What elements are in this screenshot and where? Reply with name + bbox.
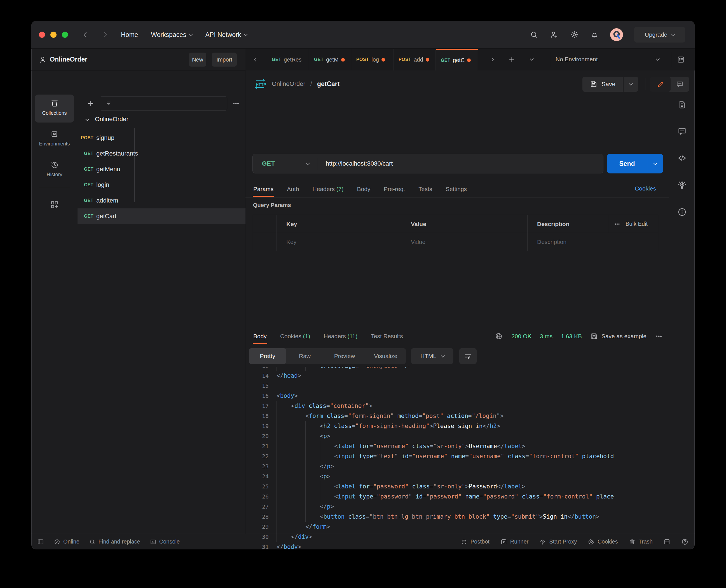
network-globe-icon[interactable]: [495, 332, 503, 340]
tab-additem[interactable]: POST add: [394, 49, 436, 70]
save-options-button[interactable]: [624, 77, 638, 92]
cookies-link[interactable]: Cookies: [635, 185, 656, 192]
key-input[interactable]: Key: [277, 233, 401, 251]
new-tab-plus-icon[interactable]: [508, 56, 516, 63]
upgrade-button[interactable]: Upgrade: [634, 27, 685, 43]
tab-login[interactable]: POST log: [351, 49, 394, 70]
wrap-lines-button[interactable]: [459, 348, 477, 364]
close-window-button[interactable]: [39, 31, 45, 38]
method-selector[interactable]: GET: [262, 160, 275, 167]
tree-request-getcart-selected[interactable]: GET getCart: [78, 208, 245, 224]
online-status[interactable]: Online: [54, 539, 80, 545]
mode-preview[interactable]: Preview: [324, 348, 365, 364]
response-status[interactable]: 200 OK: [511, 333, 531, 340]
forward-icon[interactable]: [101, 30, 109, 39]
tree-request-signup[interactable]: POST signup: [78, 130, 245, 146]
workspace-name[interactable]: OnlineOrder: [50, 56, 87, 63]
select-all-cell[interactable]: [253, 215, 277, 233]
tab-options-chevron-icon[interactable]: [530, 57, 534, 61]
response-tab-headers[interactable]: Headers (11): [323, 329, 358, 343]
scroll-tabs-right-icon[interactable]: [490, 58, 494, 62]
environment-selector[interactable]: No Environment: [556, 56, 598, 63]
url-input[interactable]: http://localhost:8080/cart: [326, 160, 393, 167]
two-pane-view-icon[interactable]: [663, 538, 671, 545]
save-button[interactable]: Save: [582, 77, 623, 92]
environment-chevron-icon[interactable]: [656, 57, 660, 61]
minimize-window-button[interactable]: [51, 31, 57, 38]
add-panel-icon[interactable]: [50, 200, 59, 210]
console-button[interactable]: Console: [150, 539, 180, 545]
postbot-button[interactable]: Postbot: [460, 538, 489, 545]
tab-body[interactable]: Body: [356, 182, 371, 196]
nav-home[interactable]: Home: [121, 31, 138, 39]
tab-settings[interactable]: Settings: [445, 182, 467, 196]
tab-auth[interactable]: Auth: [286, 182, 300, 196]
nav-api-network[interactable]: API Network: [205, 31, 247, 39]
tab-params[interactable]: Params: [253, 182, 274, 196]
response-tab-cookies[interactable]: Cookies (1): [280, 329, 311, 343]
notifications-bell-icon[interactable]: [590, 30, 599, 39]
tree-request-getmenu[interactable]: GET getMenu: [78, 162, 245, 177]
scroll-tabs-left-icon[interactable]: [254, 58, 258, 62]
start-proxy-button[interactable]: Start Proxy: [539, 538, 577, 545]
row-select-cell[interactable]: [253, 233, 277, 251]
tab-getres[interactable]: GET getRes: [267, 49, 309, 70]
comments-icon[interactable]: [677, 127, 687, 136]
tab-getcart-active[interactable]: GET getC: [436, 49, 478, 71]
collection-root-row[interactable]: OnlineOrder: [78, 111, 245, 127]
tree-request-getrestaurants[interactable]: GET getRestaurants: [78, 146, 245, 162]
sidebar-item-environments[interactable]: Environments: [35, 130, 74, 147]
find-and-replace-button[interactable]: Find and replace: [89, 539, 140, 545]
add-collection-plus-icon[interactable]: [87, 100, 95, 107]
search-collections-input[interactable]: [100, 96, 227, 111]
tab-getmenu[interactable]: GET getM: [309, 49, 351, 70]
environment-quick-look-icon[interactable]: [677, 55, 685, 64]
sidebar-item-history[interactable]: History: [35, 161, 74, 177]
response-size[interactable]: 1.63 KB: [561, 333, 582, 340]
tree-more-options-icon[interactable]: [232, 100, 240, 107]
back-icon[interactable]: [81, 30, 89, 39]
maximize-window-button[interactable]: [62, 31, 68, 38]
avatar[interactable]: [610, 28, 623, 41]
send-options-button[interactable]: [647, 154, 663, 173]
response-splitter[interactable]: [245, 323, 669, 323]
breadcrumb-collection[interactable]: OnlineOrder: [272, 80, 305, 88]
postbot-bulb-icon[interactable]: [677, 181, 687, 190]
cookies-button[interactable]: Cookies: [587, 538, 618, 545]
response-time[interactable]: 3 ms: [540, 333, 553, 340]
mode-raw[interactable]: Raw: [286, 348, 324, 364]
sidebar-item-collections[interactable]: Collections: [35, 94, 74, 123]
value-input[interactable]: Value: [401, 233, 528, 251]
method-chevron-icon[interactable]: [306, 161, 310, 165]
bulk-edit-cell[interactable]: Bulk Edit: [608, 215, 658, 233]
send-button[interactable]: Send: [607, 154, 663, 173]
trash-button[interactable]: Trash: [629, 538, 653, 545]
tab-tests[interactable]: Tests: [418, 182, 433, 196]
nav-workspaces[interactable]: Workspaces: [151, 31, 192, 39]
bulk-edit-link[interactable]: Bulk Edit: [626, 221, 648, 227]
response-more-options-icon[interactable]: [655, 332, 663, 340]
help-icon[interactable]: [681, 538, 688, 545]
documentation-icon[interactable]: [677, 100, 687, 109]
import-button[interactable]: Import: [212, 52, 237, 67]
tree-request-login[interactable]: GET login: [78, 177, 245, 193]
settings-gear-icon[interactable]: [570, 30, 579, 39]
search-icon[interactable]: [529, 30, 539, 39]
mode-pretty[interactable]: Pretty: [249, 348, 286, 364]
tab-pre-req[interactable]: Pre-req.: [383, 182, 406, 196]
runner-button[interactable]: Runner: [500, 538, 529, 545]
new-button[interactable]: New: [189, 52, 206, 67]
params-more-options-icon[interactable]: [614, 221, 621, 227]
code-snippet-icon[interactable]: [677, 153, 687, 163]
invite-user-icon[interactable]: [550, 30, 559, 39]
mode-visualize[interactable]: Visualize: [365, 348, 406, 364]
info-icon[interactable]: [677, 207, 687, 217]
language-selector[interactable]: HTML: [411, 348, 453, 364]
description-input[interactable]: Description: [528, 233, 658, 251]
rename-button[interactable]: [650, 77, 671, 92]
save-as-example-button[interactable]: Save as example: [590, 332, 646, 340]
tab-headers[interactable]: Headers (7): [312, 182, 344, 196]
response-tab-test-results[interactable]: Test Results: [370, 329, 403, 343]
toggle-sidebar-icon[interactable]: [37, 538, 44, 545]
tree-request-additem[interactable]: GET additem: [78, 193, 245, 208]
